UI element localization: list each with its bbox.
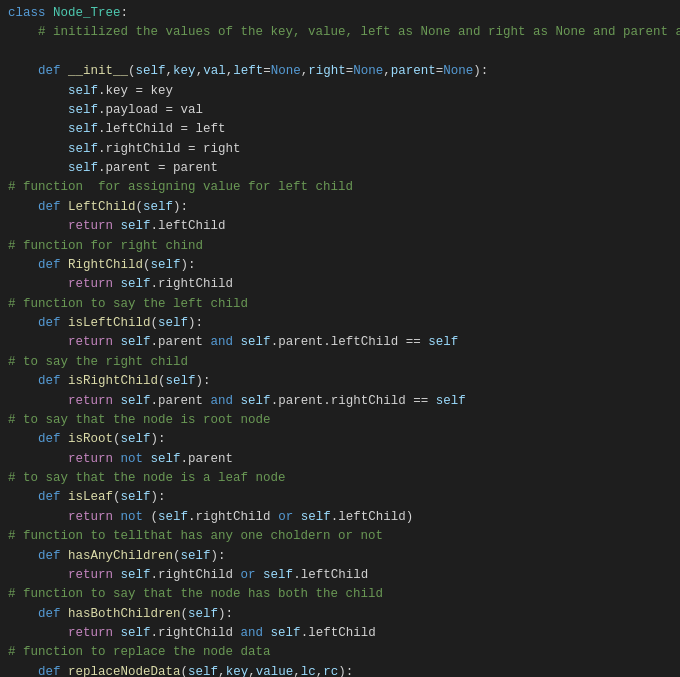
line-7: self.leftChild = left xyxy=(0,120,680,139)
line-14: def RightChild(self): xyxy=(0,256,680,275)
line-13: # function for right chind xyxy=(0,237,680,256)
line-24: return not self.parent xyxy=(0,450,680,469)
line-6: self.payload = val xyxy=(0,101,680,120)
line-27: return not (self.rightChild or self.left… xyxy=(0,508,680,527)
line-20: def isRightChild(self): xyxy=(0,372,680,391)
line-10: # function for assigning value for left … xyxy=(0,178,680,197)
line-2: # initilized the values of the key, valu… xyxy=(0,23,680,42)
line-33: return self.rightChild and self.leftChil… xyxy=(0,624,680,643)
line-32: def hasBothChildren(self): xyxy=(0,605,680,624)
line-31: # function to say that the node has both… xyxy=(0,585,680,604)
line-11: def LeftChild(self): xyxy=(0,198,680,217)
code-editor: class Node_Tree: # initilized the values… xyxy=(0,0,680,677)
line-25: # to say that the node is a leaf node xyxy=(0,469,680,488)
line-26: def isLeaf(self): xyxy=(0,488,680,507)
line-30: return self.rightChild or self.leftChild xyxy=(0,566,680,585)
line-1: class Node_Tree: xyxy=(0,4,680,23)
line-35: def replaceNodeData(self,key,value,lc,rc… xyxy=(0,663,680,677)
line-9: self.parent = parent xyxy=(0,159,680,178)
line-16: # function to say the left child xyxy=(0,295,680,314)
line-3 xyxy=(0,43,680,62)
line-12: return self.leftChild xyxy=(0,217,680,236)
line-4: def __init__(self,key,val,left=None,righ… xyxy=(0,62,680,81)
line-23: def isRoot(self): xyxy=(0,430,680,449)
line-8: self.rightChild = right xyxy=(0,140,680,159)
line-29: def hasAnyChildren(self): xyxy=(0,547,680,566)
line-17: def isLeftChild(self): xyxy=(0,314,680,333)
line-34: # function to replace the node data xyxy=(0,643,680,662)
line-21: return self.parent and self.parent.right… xyxy=(0,392,680,411)
line-19: # to say the right child xyxy=(0,353,680,372)
line-28: # function to tellthat has any one chold… xyxy=(0,527,680,546)
line-22: # to say that the node is root node xyxy=(0,411,680,430)
line-18: return self.parent and self.parent.leftC… xyxy=(0,333,680,352)
line-5: self.key = key xyxy=(0,82,680,101)
line-15: return self.rightChild xyxy=(0,275,680,294)
